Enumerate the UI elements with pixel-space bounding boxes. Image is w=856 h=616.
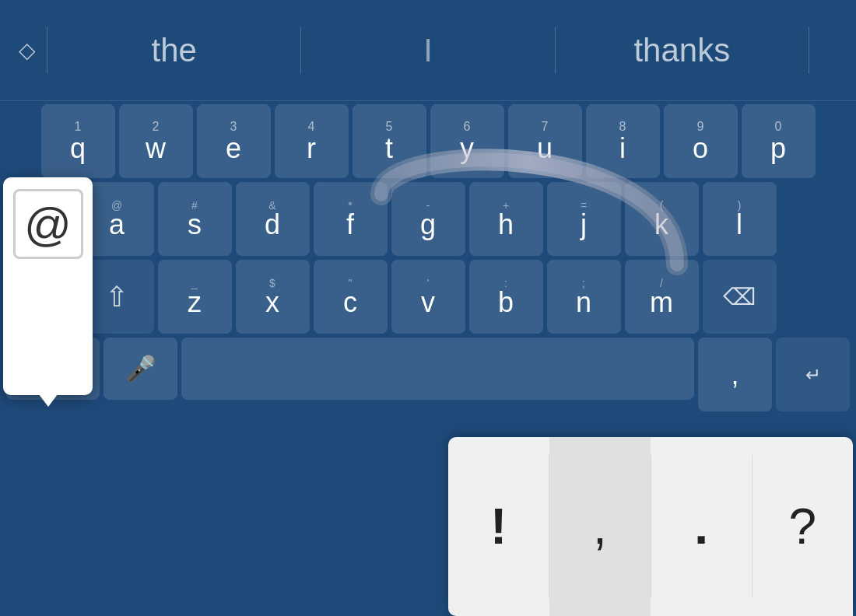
key-w[interactable]: 2 w bbox=[119, 104, 193, 178]
punct-comma[interactable]: , bbox=[549, 437, 650, 616]
key-f[interactable]: * f bbox=[314, 182, 388, 256]
key-c[interactable]: " c bbox=[314, 260, 388, 334]
punct-popup: ! , . ? bbox=[448, 437, 853, 616]
key-y[interactable]: 6 y bbox=[430, 104, 504, 178]
popup-at-key[interactable]: @ bbox=[3, 177, 93, 395]
key-return[interactable]: ↵ bbox=[776, 338, 850, 411]
keyboard: 1 q 2 w 3 e 4 r 5 t 6 y 7 u 8 i bbox=[0, 101, 856, 415]
key-l[interactable]: ) l bbox=[703, 182, 777, 256]
key-mic[interactable]: 🎤 bbox=[103, 338, 177, 400]
key-s[interactable]: # s bbox=[158, 182, 232, 256]
key-k[interactable]: ( k bbox=[625, 182, 699, 256]
punct-exclaim[interactable]: ! bbox=[448, 437, 549, 616]
key-n[interactable]: ; n bbox=[547, 260, 621, 334]
key-m[interactable]: / m bbox=[625, 260, 699, 334]
row-asdf: @ a # s & d * f - g + h = j ( k bbox=[3, 182, 853, 256]
key-b[interactable]: : b bbox=[469, 260, 543, 334]
popup-arrow bbox=[39, 394, 58, 407]
suggestion-center[interactable]: I bbox=[301, 32, 554, 69]
key-comma[interactable]: , bbox=[698, 338, 772, 411]
suggestion-divider-end bbox=[809, 27, 809, 74]
punct-period[interactable]: . bbox=[651, 437, 752, 616]
key-x[interactable]: $ x bbox=[236, 260, 310, 334]
suggestions-expand-icon[interactable]: ◇ bbox=[8, 31, 47, 70]
row-qwerty: 1 q 2 w 3 e 4 r 5 t 6 y 7 u 8 i bbox=[3, 104, 853, 178]
key-space[interactable] bbox=[181, 338, 694, 400]
key-t[interactable]: 5 t bbox=[353, 104, 426, 178]
at-symbol: @ bbox=[13, 189, 83, 259]
key-h[interactable]: + h bbox=[469, 182, 543, 256]
key-i[interactable]: 8 i bbox=[586, 104, 660, 178]
key-j[interactable]: = j bbox=[547, 182, 621, 256]
suggestion-right[interactable]: thanks bbox=[556, 32, 809, 69]
key-r[interactable]: 4 r bbox=[275, 104, 349, 178]
key-e[interactable]: 3 e bbox=[197, 104, 271, 178]
punct-question[interactable]: ? bbox=[753, 437, 853, 616]
row-zxcv: ⇧ _ z $ x " c ' v : b ; n / m bbox=[3, 260, 853, 334]
key-v[interactable]: ' v bbox=[391, 260, 465, 334]
key-q[interactable]: 1 q bbox=[41, 104, 115, 178]
key-z[interactable]: _ z bbox=[158, 260, 232, 334]
bottom-row: 123 🎤 , ↵ bbox=[3, 338, 853, 411]
key-d[interactable]: & d bbox=[236, 182, 310, 256]
key-g[interactable]: - g bbox=[391, 182, 465, 256]
key-delete[interactable]: ⌫ bbox=[703, 260, 777, 334]
key-p[interactable]: 0 p bbox=[742, 104, 816, 178]
suggestion-left[interactable]: the bbox=[47, 32, 300, 69]
key-u[interactable]: 7 u bbox=[508, 104, 582, 178]
suggestions-bar: ◇ the I thanks bbox=[0, 0, 856, 101]
key-o[interactable]: 9 o bbox=[664, 104, 738, 178]
